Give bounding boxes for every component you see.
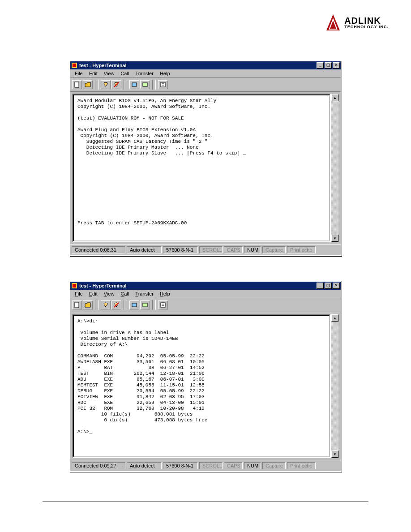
toolbar-send-button[interactable] (129, 80, 139, 89)
hyperterminal-window-1: test - HyperTerminal _ ▢ × File Edit Vie… (69, 60, 342, 256)
status-capture: Capture (262, 246, 286, 253)
titlebar[interactable]: test - HyperTerminal _ ▢ × (70, 61, 341, 69)
maximize-button[interactable]: ▢ (325, 283, 332, 289)
status-capture: Capture (262, 462, 286, 469)
status-scroll: SCROLL (199, 246, 223, 253)
status-autodetect: Auto detect (127, 246, 162, 253)
svg-marker-16 (85, 303, 90, 307)
hyperterminal-window-2: test - HyperTerminal _ ▢ × File Edit Vie… (69, 281, 342, 472)
footer-rule (43, 502, 368, 502)
toolbar-receive-button[interactable] (140, 300, 150, 309)
menu-transfer[interactable]: Transfer (133, 70, 156, 77)
menu-transfer[interactable]: Transfer (133, 291, 156, 297)
menu-bar: File Edit View Call Transfer Help (70, 290, 341, 298)
toolbar-call-button[interactable] (101, 300, 111, 309)
menu-view[interactable]: View (101, 291, 117, 297)
status-bar: Connected 0:08.31 Auto detect 57600 8-N-… (70, 244, 341, 255)
status-connected: Connected 0:08.31 (72, 246, 125, 253)
toolbar-new-button[interactable] (72, 300, 82, 309)
toolbar-disconnect-button[interactable] (111, 300, 121, 309)
minimize-button[interactable]: _ (317, 62, 324, 69)
menu-file[interactable]: File (72, 70, 86, 77)
toolbar (70, 78, 341, 92)
menu-call[interactable]: Call (118, 70, 132, 77)
toolbar-new-button[interactable] (72, 80, 82, 89)
svg-rect-15 (75, 302, 79, 308)
menu-file[interactable]: File (72, 291, 86, 297)
toolbar-receive-button[interactable] (140, 80, 150, 89)
svg-rect-20 (161, 303, 165, 307)
svg-rect-4 (73, 64, 76, 67)
status-num: NUM (244, 246, 261, 253)
status-scroll: SCROLL (199, 462, 223, 469)
status-printecho: Print echo (287, 246, 316, 253)
svg-rect-5 (75, 82, 79, 87)
menu-view[interactable]: View (101, 70, 117, 77)
menu-help[interactable]: Help (157, 291, 173, 297)
menu-edit[interactable]: Edit (86, 70, 100, 77)
window-title: test - HyperTerminal (79, 283, 316, 288)
svg-rect-14 (73, 284, 76, 287)
status-num: NUM (244, 462, 261, 469)
brand-triangle-icon (325, 13, 341, 31)
status-port: 57600 8-N-1 (163, 246, 198, 253)
document-page: ADLINK TECHNOLOGY INC. manualshive.com t… (0, 0, 411, 532)
app-icon (71, 62, 77, 69)
status-printecho: Print echo (287, 462, 316, 469)
menu-bar: File Edit View Call Transfer Help (70, 69, 341, 78)
svg-rect-8 (132, 83, 137, 86)
toolbar-properties-button[interactable] (158, 80, 168, 89)
status-caps: CAPS (224, 462, 243, 469)
svg-rect-10 (161, 82, 165, 87)
window-title: test - HyperTerminal (79, 63, 316, 68)
menu-edit[interactable]: Edit (86, 291, 100, 297)
toolbar (70, 298, 341, 312)
titlebar[interactable]: test - HyperTerminal _ ▢ × (70, 282, 341, 290)
status-connected: Connected 0:09.27 (72, 462, 125, 469)
close-button[interactable]: × (333, 283, 340, 289)
scroll-down-button[interactable]: ▼ (331, 235, 338, 242)
toolbar-disconnect-button[interactable] (111, 80, 121, 89)
status-caps: CAPS (224, 246, 243, 253)
menu-call[interactable]: Call (118, 291, 132, 297)
status-bar: Connected 0:09.27 Auto detect 57600 8-N-… (70, 460, 341, 471)
toolbar-open-button[interactable] (83, 300, 93, 309)
close-button[interactable]: × (333, 62, 340, 69)
vertical-scrollbar[interactable]: ▲ ▼ (331, 94, 339, 242)
scroll-up-button[interactable]: ▲ (331, 94, 338, 101)
terminal-area[interactable]: A:\>dir Volume in drive A has no label V… (72, 314, 331, 458)
terminal-output: Award Modular BIOS v4.51PG, An Energy St… (73, 94, 330, 241)
toolbar-open-button[interactable] (83, 80, 93, 89)
toolbar-properties-button[interactable] (158, 300, 168, 309)
brand-logo: ADLINK TECHNOLOGY INC. (325, 13, 389, 31)
menu-help[interactable]: Help (157, 70, 173, 77)
toolbar-call-button[interactable] (101, 80, 111, 89)
status-port: 57600 8-N-1 (163, 462, 198, 469)
status-autodetect: Auto detect (127, 462, 162, 469)
vertical-scrollbar[interactable]: ▲ ▼ (331, 314, 339, 458)
brand-subtitle: TECHNOLOGY INC. (344, 25, 389, 29)
minimize-button[interactable]: _ (317, 283, 324, 289)
terminal-output: A:\>dir Volume in drive A has no label V… (73, 315, 330, 457)
svg-rect-9 (143, 83, 147, 86)
scroll-up-button[interactable]: ▲ (331, 314, 338, 322)
toolbar-send-button[interactable] (129, 300, 139, 309)
svg-marker-6 (85, 82, 90, 87)
brand-name: ADLINK (344, 16, 389, 25)
terminal-area[interactable]: Award Modular BIOS v4.51PG, An Energy St… (72, 94, 331, 242)
scroll-down-button[interactable]: ▼ (331, 450, 338, 458)
svg-rect-18 (132, 303, 137, 307)
maximize-button[interactable]: ▢ (325, 62, 332, 69)
app-icon (71, 283, 77, 289)
svg-rect-19 (143, 303, 147, 307)
